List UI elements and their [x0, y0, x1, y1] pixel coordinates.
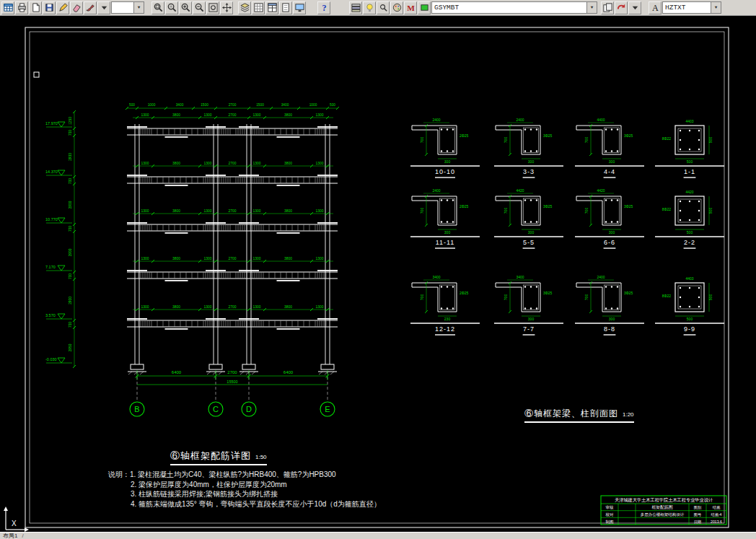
help-icon[interactable]: ? [317, 1, 330, 14]
brush-icon [85, 2, 96, 13]
combo-dropdown-arrow-icon[interactable]: ▼ [133, 2, 144, 13]
layout-tab[interactable]: 布局1 [3, 532, 17, 539]
toolbar-spacer [331, 1, 348, 14]
svg-text:?: ? [322, 3, 326, 13]
zoom-extents-icon [208, 2, 219, 13]
sections-title-scale: 1:20 [623, 411, 634, 418]
zoom-out-icon [194, 2, 205, 13]
text-style-combo[interactable]: HZTXT▼ [662, 1, 721, 14]
layer-stack-icon[interactable] [349, 1, 362, 14]
drawing-canvas[interactable] [0, 16, 756, 532]
letter-a-icon: A [650, 2, 661, 13]
dropdown-arrow-icon[interactable] [628, 1, 641, 14]
table-icon[interactable] [265, 1, 278, 14]
layer-stack-icon [351, 2, 361, 13]
zoom-dynamic-icon[interactable] [165, 1, 178, 14]
toolbar: ▼?MGSYMBT▼AHZTXT▼ [0, 0, 756, 16]
grid-icon [253, 2, 264, 13]
layers-icon[interactable] [238, 1, 251, 14]
notes-line-4: 4. 箍筋末端做成135° 弯钩，弯钩端头平直段长度不应小于10d（d为箍筋直径… [131, 499, 381, 509]
toolbar-spacer [307, 1, 317, 14]
sheet-icon[interactable] [279, 1, 292, 14]
brush-icon[interactable] [84, 1, 97, 14]
dropdown-arrow-icon [630, 2, 641, 13]
bulb-icon[interactable] [363, 1, 376, 14]
redo-icon [616, 2, 627, 13]
pan-icon[interactable] [220, 1, 233, 14]
print-icon[interactable] [15, 1, 28, 14]
zoom-in-icon [180, 2, 191, 13]
zoom-dynamic-icon [167, 2, 177, 13]
notes-line-3: 3. 柱纵筋链接采用焊接;梁钢筋接头为绑扎搭接 [131, 489, 381, 499]
dropdown-arrow-icon [99, 2, 110, 13]
dropdown-arrow-icon[interactable] [97, 1, 110, 14]
print-icon [17, 2, 27, 13]
letter-a-icon[interactable]: A [649, 1, 662, 14]
help-icon: ? [319, 2, 330, 13]
new-doc-icon[interactable] [29, 1, 42, 14]
toolbar-spacer [598, 1, 600, 14]
toolbar-spacer [145, 1, 151, 14]
tab-divider: / [22, 533, 23, 539]
save-icon[interactable] [43, 1, 56, 14]
svg-text:A: A [652, 3, 659, 13]
m-icon: M [405, 2, 416, 13]
statusbar: 布局1 / [0, 532, 756, 539]
palette-icon[interactable] [390, 1, 403, 14]
monitor-icon[interactable] [293, 1, 306, 14]
sheets-icon[interactable] [601, 1, 614, 14]
redo-icon[interactable] [615, 1, 628, 14]
cad-application-window: ▼?MGSYMBT▼AHZTXT▼ 1300380013002700130038… [0, 0, 756, 539]
frame-title-text: ⑥轴框架配筋详图 [170, 450, 251, 461]
pencil-icon[interactable] [56, 1, 69, 14]
m-icon[interactable]: M [404, 1, 417, 14]
sheet-icon [281, 2, 291, 13]
notes-heading: 说明： [108, 470, 130, 478]
eraser-icon[interactable] [70, 1, 83, 14]
notes-line-2: 2. 梁保护层厚度为40mm，柱保护层厚度为20mm [131, 480, 381, 490]
symbol-style-combo[interactable]: GSYMBT▼ [431, 1, 597, 14]
zoom-small-icon[interactable] [377, 1, 390, 14]
toolbar-spacer [234, 1, 237, 14]
pencil-icon [58, 2, 69, 13]
zoom-extents-icon[interactable] [206, 1, 219, 14]
new-doc-icon [30, 2, 41, 13]
sections-drawing-title: ⑥轴框架梁、柱剖面图1:20 [524, 408, 634, 423]
layers-icon [239, 2, 250, 13]
palette-icon [392, 2, 403, 13]
combo-dropdown-arrow-icon[interactable]: ▼ [711, 2, 721, 13]
save-icon [44, 2, 55, 13]
general-notes: 说明：1. 梁柱混凝土均为C40、梁柱纵筋?为HRB400、箍筋?为HPB300… [108, 470, 381, 509]
spreadsheet-icon[interactable] [1, 1, 14, 14]
frame-drawing-title: ⑥轴框架配筋详图1:50 [170, 450, 267, 465]
sheets-icon [602, 2, 613, 13]
monitor-icon [294, 2, 305, 13]
green-swatch-icon[interactable] [418, 1, 431, 14]
eraser-icon [71, 2, 82, 13]
style-combo[interactable]: ▼ [111, 1, 144, 14]
zoom-out-icon[interactable] [193, 1, 206, 14]
toolbar-spacer [642, 1, 648, 14]
notes-text-1: 1. 梁柱混凝土均为C40、梁柱纵筋?为HRB400、箍筋?为HPB300 [130, 470, 336, 478]
grid-icon[interactable] [252, 1, 265, 14]
zoom-window-icon [153, 2, 164, 13]
green-swatch-icon [419, 2, 430, 13]
symbol-style-combo-value: GSYMBT [434, 4, 459, 12]
sections-title-text: ⑥轴框架梁、柱剖面图 [524, 408, 618, 419]
spreadsheet-icon [3, 2, 14, 13]
frame-title-scale: 1:50 [255, 454, 267, 460]
text-style-combo-value: HZTXT [665, 4, 686, 12]
svg-text:M: M [407, 4, 415, 12]
pan-icon [221, 2, 232, 13]
zoom-in-icon[interactable] [179, 1, 192, 14]
bulb-icon [364, 2, 375, 13]
notes-line-1: 说明：1. 梁柱混凝土均为C40、梁柱纵筋?为HRB400、箍筋?为HPB300 [108, 470, 381, 480]
table-icon [267, 2, 278, 13]
zoom-small-icon [378, 2, 389, 13]
zoom-window-icon[interactable] [151, 1, 164, 14]
combo-dropdown-arrow-icon[interactable]: ▼ [586, 2, 597, 13]
